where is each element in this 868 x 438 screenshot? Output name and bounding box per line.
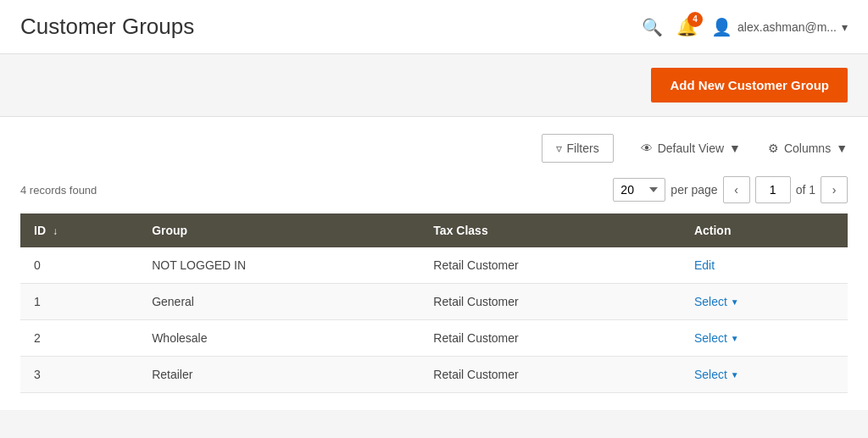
cell-tax-class: Retail Customer: [420, 247, 681, 284]
records-found: 4 records found: [20, 184, 97, 197]
main-content: ▿ Filters 👁 Default View ▼ ⚙ Columns ▼ 4…: [0, 117, 868, 410]
view-label: Default View: [658, 141, 724, 155]
cell-id: 2: [20, 320, 138, 357]
cell-group: Retailer: [138, 357, 420, 393]
select-dropdown-icon: ▼: [731, 334, 739, 343]
columns-label: Columns: [784, 141, 831, 155]
column-id[interactable]: ID ↓: [20, 213, 138, 247]
pagination-row: 4 records found 20 50 100 per page ‹ of …: [20, 176, 848, 203]
columns-icon: ⚙: [768, 141, 779, 155]
cell-id: 1: [20, 284, 138, 320]
page-input[interactable]: [755, 176, 791, 203]
notification-button[interactable]: 🔔 4: [676, 17, 698, 37]
cell-tax-class: Retail Customer: [420, 357, 681, 393]
eye-icon: 👁: [641, 141, 653, 155]
user-dropdown-icon: ▾: [842, 20, 848, 34]
default-view-button[interactable]: 👁 Default View ▼: [641, 141, 741, 155]
select-action-button[interactable]: Select ▼: [694, 331, 739, 345]
sort-icon: ↓: [53, 225, 58, 237]
cell-group: Wholesale: [138, 320, 420, 357]
filters-button[interactable]: ▿ Filters: [542, 134, 614, 163]
cell-action: Select ▼: [681, 357, 848, 393]
per-page-select[interactable]: 20 50 100: [613, 178, 665, 202]
columns-button[interactable]: ⚙ Columns ▼: [768, 141, 848, 155]
select-dropdown-icon: ▼: [731, 370, 739, 380]
table-row: 2WholesaleRetail CustomerSelect ▼: [20, 320, 848, 357]
page-title: Customer Groups: [20, 14, 194, 40]
controls-row: ▿ Filters 👁 Default View ▼ ⚙ Columns ▼: [20, 134, 848, 163]
table-body: 0NOT LOGGED INRetail CustomerEdit1Genera…: [20, 247, 848, 393]
cell-action: Edit: [681, 247, 848, 284]
view-dropdown-icon: ▼: [729, 141, 741, 155]
per-page-label: per page: [670, 183, 717, 197]
prev-page-button[interactable]: ‹: [723, 176, 750, 203]
filters-label: Filters: [567, 141, 599, 155]
action-bar: Add New Customer Group: [0, 54, 868, 117]
cell-tax-class: Retail Customer: [420, 320, 681, 357]
column-tax-class: Tax Class: [420, 213, 681, 247]
user-menu-button[interactable]: 👤 alex.ashman@m... ▾: [711, 17, 848, 37]
cell-action: Select ▼: [681, 320, 848, 357]
table-row: 3RetailerRetail CustomerSelect ▼: [20, 357, 848, 393]
cell-id: 0: [20, 247, 138, 284]
search-icon: 🔍: [642, 18, 663, 36]
search-button[interactable]: 🔍: [642, 17, 663, 37]
select-dropdown-icon: ▼: [731, 297, 739, 307]
notification-badge: 4: [687, 12, 703, 27]
table-header: ID ↓ Group Tax Class Action: [20, 213, 848, 247]
select-action-button[interactable]: Select ▼: [694, 295, 739, 308]
cell-action: Select ▼: [681, 284, 848, 320]
page-header: Customer Groups 🔍 🔔 4 👤 alex.ashman@m...…: [0, 0, 868, 54]
add-new-customer-group-button[interactable]: Add New Customer Group: [651, 68, 848, 103]
customer-groups-table: ID ↓ Group Tax Class Action 0NOT LOGGED …: [20, 213, 848, 393]
cell-group: General: [138, 284, 420, 320]
table-row: 0NOT LOGGED INRetail CustomerEdit: [20, 247, 848, 284]
column-group: Group: [138, 213, 420, 247]
table-row: 1GeneralRetail CustomerSelect ▼: [20, 284, 848, 320]
cell-tax-class: Retail Customer: [420, 284, 681, 320]
column-action: Action: [681, 213, 848, 247]
cell-id: 3: [20, 357, 138, 393]
next-page-button[interactable]: ›: [821, 176, 848, 203]
columns-dropdown-icon: ▼: [836, 141, 848, 155]
user-email: alex.ashman@m...: [737, 20, 837, 34]
user-icon: 👤: [711, 17, 732, 37]
cell-group: NOT LOGGED IN: [138, 247, 420, 284]
header-actions: 🔍 🔔 4 👤 alex.ashman@m... ▾: [642, 17, 848, 37]
filter-icon: ▿: [556, 141, 562, 155]
pagination-controls: 20 50 100 per page ‹ of 1 ›: [613, 176, 848, 203]
edit-action-link[interactable]: Edit: [694, 258, 715, 272]
page-of-label: of 1: [796, 183, 815, 197]
select-action-button[interactable]: Select ▼: [694, 368, 739, 381]
